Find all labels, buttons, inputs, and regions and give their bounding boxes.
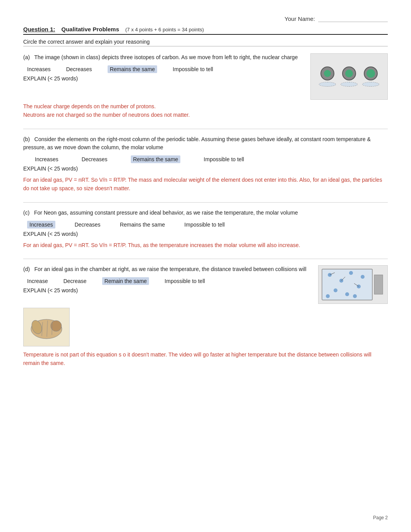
chamber-image xyxy=(318,265,388,304)
question-title: Question 1: xyxy=(23,26,55,32)
option-c-impossible[interactable]: Impossible to tell xyxy=(184,222,224,228)
question-points: (7 x 4 points + 6 points = 34 points) xyxy=(125,27,204,32)
section-d-label: (d) xyxy=(23,266,30,272)
section-c-answer-row: Increases Decreases Remains the same Imp… xyxy=(27,221,388,228)
section-b-label: (b) xyxy=(23,136,30,142)
option-b-increases[interactable]: Increases xyxy=(35,156,58,162)
section-a-explain-label: EXPLAIN (< 25 words) xyxy=(23,75,303,82)
option-b-impossible[interactable]: Impossible to tell xyxy=(204,156,244,162)
option-a-remains[interactable]: Remains the same xyxy=(108,65,158,73)
section-c-explanation: For an ideal gas, PV = nRT. So V/n = RT/… xyxy=(23,241,388,249)
svg-point-7 xyxy=(345,292,349,296)
section-b-explanation: For an ideal gas, PV = nRT. So V/n = RT/… xyxy=(23,176,388,193)
your-name-row: Your Name: xyxy=(23,15,388,22)
instruction-text: Circle the correct answer and explain yo… xyxy=(23,39,150,45)
svg-rect-1 xyxy=(374,275,383,294)
option-a-decreases[interactable]: Decreases xyxy=(66,66,92,72)
section-a-explanation: The nuclear charge depends on the number… xyxy=(23,102,388,119)
svg-point-6 xyxy=(334,288,337,292)
section-d: (d) For an ideal gas in the chamber at r… xyxy=(23,265,388,368)
option-a-increases[interactable]: Increases xyxy=(27,66,51,72)
section-a-answer-row: Increases Decreases Remains the same Imp… xyxy=(27,65,303,73)
svg-point-9 xyxy=(326,294,330,298)
section-b-explain-label: EXPLAIN (< 25 words) xyxy=(23,165,388,172)
svg-line-19 xyxy=(52,321,52,335)
option-b-remains[interactable]: Remains the same xyxy=(131,155,181,163)
section-d-question: (d) For an ideal gas in the chamber at r… xyxy=(23,265,310,273)
section-c-explain-label: EXPLAIN (< 25 words) xyxy=(23,231,388,237)
svg-point-4 xyxy=(349,271,353,275)
bee-image-container xyxy=(23,308,388,346)
option-c-remains[interactable]: Remains the same xyxy=(120,222,165,228)
svg-point-8 xyxy=(361,275,365,279)
section-a-text: (a) The image (shown in class) depicts t… xyxy=(23,53,303,84)
section-d-explain-label: EXPLAIN (< 25 words) xyxy=(23,287,310,293)
section-b-question: (b) Consider the elements on the right-m… xyxy=(23,135,388,152)
section-a: (a) The image (shown in class) depicts t… xyxy=(23,53,388,119)
your-name-label: Your Name: xyxy=(284,15,315,22)
option-d-increase[interactable]: Increase xyxy=(27,278,48,284)
section-b-question-text: Consider the elements on the right-most … xyxy=(23,136,371,150)
question-subtitle: Qualitative Problems xyxy=(62,26,119,32)
option-d-impossible[interactable]: Impossible to tell xyxy=(164,278,205,284)
section-a-content: (a) The image (shown in class) depicts t… xyxy=(23,53,388,100)
section-b-answer-row: Increases Decreases Remains the same Imp… xyxy=(35,155,388,163)
option-d-decrease[interactable]: Decrease xyxy=(63,278,87,284)
section-d-explanation: Temperature is not part of this equation… xyxy=(23,350,388,368)
option-b-decreases[interactable]: Decreases xyxy=(82,156,108,162)
question-header: Question 1: Qualitative Problems (7 x 4 … xyxy=(23,26,388,35)
section-b: (b) Consider the elements on the right-m… xyxy=(23,135,388,193)
your-name-field[interactable] xyxy=(318,15,388,22)
option-a-impossible[interactable]: Impossible to tell xyxy=(173,66,213,72)
section-d-question-text: For an ideal gas in the chamber at right… xyxy=(34,266,307,272)
option-c-decreases[interactable]: Decreases xyxy=(75,222,101,228)
instruction-line: Circle the correct answer and explain yo… xyxy=(23,39,388,46)
bee-image xyxy=(23,308,70,346)
section-a-question-text: The image (shown in class) depicts three… xyxy=(34,54,298,60)
page-number: Page 2 xyxy=(373,515,388,520)
section-c-question: (c) For Neon gas, assuming constant pres… xyxy=(23,209,388,217)
section-d-text: (d) For an ideal gas in the chamber at r… xyxy=(23,265,310,296)
section-d-content: (d) For an ideal gas in the chamber at r… xyxy=(23,265,388,304)
option-d-remain[interactable]: Remain the same xyxy=(102,277,149,285)
atom-image xyxy=(310,53,388,100)
section-c-label: (c) xyxy=(23,210,29,216)
section-d-answer-row: Increase Decrease Remain the same Imposs… xyxy=(27,277,310,285)
section-a-question: (a) The image (shown in class) depicts t… xyxy=(23,53,303,61)
svg-point-10 xyxy=(353,294,357,298)
option-c-increases[interactable]: Increases xyxy=(27,221,55,228)
section-a-label: (a) xyxy=(23,54,30,60)
section-c: (c) For Neon gas, assuming constant pres… xyxy=(23,209,388,249)
section-c-question-text: For Neon gas, assuming constant pressure… xyxy=(34,210,298,216)
